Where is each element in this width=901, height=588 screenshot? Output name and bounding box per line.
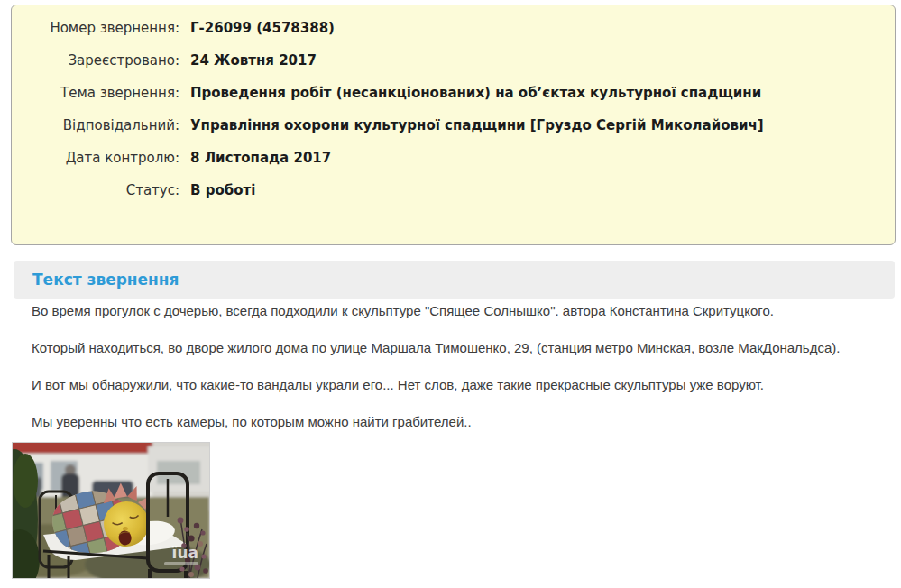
field-label: Статус: [12,181,179,200]
detail-row-topic: Тема звернення: Проведення робіт (несанк… [12,84,895,103]
watermark-text: ïua [172,544,198,562]
field-value: Проведення робіт (несанкціонованих) на о… [190,84,761,103]
watermark-subtext-strip [164,562,198,565]
detail-row-control-date: Дата контролю: 8 Листопада 2017 [12,149,895,168]
appeal-paragraph: Во время прогулок с дочерью, всегда подх… [32,303,888,318]
appeal-text-body: Во время прогулок с дочерью, всегда подх… [32,303,888,451]
section-title: Текст звернення [32,271,179,289]
appeal-paragraph: Мы уверенны что есть камеры, по которым … [32,414,888,429]
appeal-detail-page: Номер звернення: Г-26099 (4578388) Зареє… [0,0,901,588]
field-label: Тема звернення: [12,84,179,103]
field-value: Управління охорони культурної спадщини [… [190,116,764,135]
field-value: Г-26099 (4578388) [190,19,335,38]
appeal-details-panel: Номер звернення: Г-26099 (4578388) Зареє… [11,5,896,245]
field-value: 24 Жовтня 2017 [190,51,317,70]
field-value: 8 Листопада 2017 [190,149,331,168]
appeal-photo-thumbnail[interactable]: ïua [12,442,210,579]
detail-row-registered: Зареєстровано: 24 Жовтня 2017 [12,51,895,70]
detail-row-number: Номер звернення: Г-26099 (4578388) [12,19,895,38]
field-label: Номер звернення: [12,19,179,38]
field-label: Зареєстровано: [12,51,179,70]
sculpture-photo: ïua [13,443,209,578]
field-label: Дата контролю: [12,149,179,168]
appeal-paragraph: И вот мы обнаружили, что какие-то вандал… [32,377,888,392]
section-header-appeal-text: Текст звернення [14,261,895,299]
field-label: Відповідальний: [12,116,179,135]
detail-row-responsible: Відповідальний: Управління охорони культ… [12,116,895,135]
evergreen-bush [13,449,40,578]
detail-row-status: Статус: В роботі [12,181,895,200]
appeal-paragraph: Который находиться, во дворе жилого дома… [32,340,888,355]
status-badge: В роботі [190,181,255,200]
